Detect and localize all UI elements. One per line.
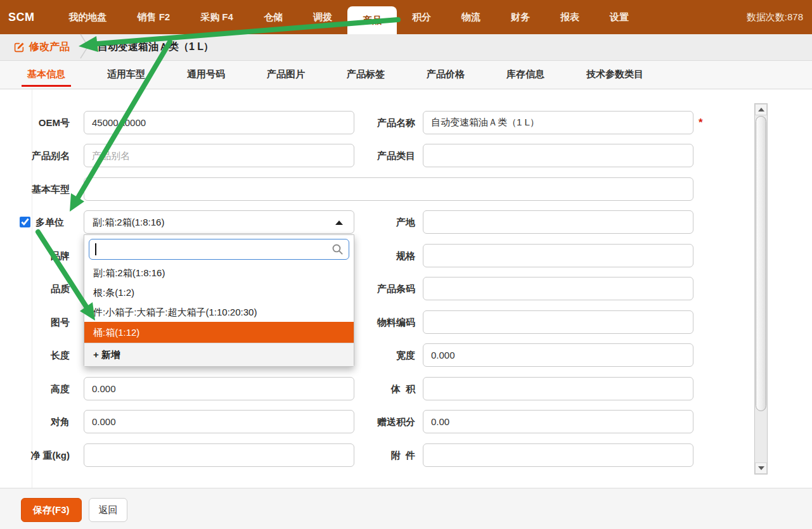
gift-points-label: 赠送积分 [360, 410, 415, 433]
attachment-label: 附 件 [360, 443, 415, 467]
basic-info-form: OEM号 产品名称 * 产品别名 产品类目 基本车型 多单位 产地 品牌 规格 … [0, 89, 812, 488]
category-input[interactable] [423, 144, 693, 167]
breadcrumb-action: 修改产品 [14, 41, 70, 54]
tab-product-prices[interactable]: 产品价格 [425, 61, 467, 89]
data-counter: 数据次数:878 [747, 0, 803, 34]
nav-item-logistics[interactable]: 物流 [446, 0, 496, 34]
tab-common-numbers[interactable]: 通用号码 [185, 61, 227, 89]
nav-item-reports[interactable]: 报表 [545, 0, 595, 34]
nav-item-purchase[interactable]: 采购 F4 [185, 0, 248, 34]
scroll-down-button[interactable] [755, 462, 767, 474]
unit-select-value: 副:箱:2箱(1:8:16) [93, 211, 164, 233]
arrow-up-icon [758, 108, 764, 112]
oem-label: OEM号 [4, 111, 70, 134]
tab-applicable-models[interactable]: 适用车型 [105, 61, 147, 89]
back-button[interactable]: 返回 [89, 498, 127, 522]
breadcrumb-chevron-icon [80, 34, 89, 61]
drawing-no-label: 图号 [4, 310, 70, 334]
nav-item-warehouse[interactable]: 仓储 [248, 0, 298, 34]
alias-input[interactable] [84, 144, 354, 167]
net-weight-label: 净 重(kg) [4, 443, 70, 467]
nav-item-settings[interactable]: 设置 [595, 0, 644, 34]
base-model-label: 基本车型 [4, 177, 70, 201]
nav-item-sales[interactable]: 销售 F2 [122, 0, 186, 34]
unit-search [89, 239, 349, 260]
alias-label: 产品别名 [4, 144, 70, 167]
oem-input[interactable] [84, 111, 354, 134]
spec-input[interactable] [423, 244, 693, 267]
origin-label: 产地 [360, 210, 415, 234]
material-code-label: 物料编码 [360, 310, 415, 334]
tab-basic-info[interactable]: 基本信息 [25, 61, 67, 89]
unit-search-input[interactable] [89, 239, 349, 260]
volume-label: 体 积 [360, 377, 415, 400]
required-asterisk: * [699, 111, 711, 134]
barcode-input[interactable] [423, 277, 693, 300]
nav-item-my-area[interactable]: 我的地盘 [54, 0, 122, 34]
unit-option[interactable]: 根:条(1:2) [84, 283, 354, 302]
unit-option[interactable]: 副:箱:2箱(1:8:16) [84, 263, 354, 283]
unit-dropdown-menu: 副:箱:2箱(1:8:16) 根:条(1:2) 件:小箱子:大箱子:超大箱子(1… [84, 234, 354, 367]
barcode-label: 产品条码 [360, 277, 415, 300]
tab-product-labels[interactable]: 产品标签 [345, 61, 387, 89]
multi-unit-label: 多单位 [35, 210, 64, 234]
top-nav: SCM 我的地盘 销售 F2 采购 F4 仓储 调拨 产品 积分 物流 财务 报… [0, 0, 812, 34]
category-label: 产品类目 [360, 144, 415, 167]
page-title: 自动变速箱油Ａ类（1 L） [98, 41, 214, 54]
scm-product-edit-page: SCM 我的地盘 销售 F2 采购 F4 仓储 调拨 产品 积分 物流 财务 报… [0, 0, 812, 529]
breadcrumb-action-label: 修改产品 [29, 41, 70, 54]
width-input[interactable] [423, 343, 693, 367]
product-name-label: 产品名称 [360, 111, 415, 134]
edit-pencil-icon [14, 42, 25, 53]
base-model-input[interactable] [84, 177, 693, 201]
length-label: 长度 [4, 343, 70, 367]
add-new-unit-button[interactable]: + 新增 [84, 343, 354, 366]
nav-item-product-active[interactable]: 产品 [347, 6, 397, 34]
tab-stock-info[interactable]: 库存信息 [505, 61, 546, 89]
nav-item-transfer[interactable]: 调拨 [298, 0, 347, 34]
width-label: 宽度 [360, 343, 415, 367]
arrow-down-icon [758, 466, 764, 470]
multi-unit-checkbox[interactable] [20, 217, 30, 227]
breadcrumb: 修改产品 自动变速箱油Ａ类（1 L） [0, 34, 812, 61]
height-input[interactable] [84, 377, 354, 400]
save-button[interactable]: 保存(F3) [21, 498, 82, 522]
vertical-scrollbar[interactable] [754, 103, 768, 475]
volume-input[interactable] [423, 377, 693, 400]
chevron-up-icon [335, 220, 343, 225]
net-weight-input[interactable] [84, 443, 354, 467]
height-label: 高度 [4, 377, 70, 400]
brand-label: 品牌 [4, 244, 70, 267]
unit-option[interactable]: 件:小箱子:大箱子:超大箱子(1:10:20:30) [84, 302, 354, 322]
unit-select[interactable]: 副:箱:2箱(1:8:16) [84, 210, 354, 234]
nav-item-points[interactable]: 积分 [397, 0, 446, 34]
nav-menu: 我的地盘 销售 F2 采购 F4 仓储 调拨 产品 积分 物流 财务 报表 设置 [54, 0, 644, 34]
diagonal-label: 对角 [4, 410, 70, 433]
diagonal-input[interactable] [84, 410, 354, 433]
search-icon [332, 243, 344, 258]
origin-input[interactable] [423, 210, 693, 234]
scroll-up-button[interactable] [755, 104, 767, 115]
form-footer: 保存(F3) 返回 [0, 488, 812, 529]
unit-option-highlighted[interactable]: 桶:箱(1:12) [84, 322, 354, 343]
brand-logo: SCM [8, 0, 35, 34]
tab-tech-params[interactable]: 技术参数类目 [584, 61, 645, 89]
tab-product-images[interactable]: 产品图片 [265, 61, 307, 89]
nav-item-finance[interactable]: 财务 [496, 0, 545, 34]
gift-points-input[interactable] [423, 410, 693, 433]
attachment-input[interactable] [423, 443, 693, 467]
spec-label: 规格 [360, 244, 415, 267]
quality-label: 品质 [4, 277, 70, 300]
scrollbar-thumb[interactable] [756, 116, 766, 411]
product-name-input[interactable] [423, 111, 693, 134]
product-tabs: 基本信息 适用车型 通用号码 产品图片 产品标签 产品价格 库存信息 技术参数类… [0, 61, 812, 89]
text-cursor [95, 243, 96, 255]
material-code-input[interactable] [423, 310, 693, 334]
